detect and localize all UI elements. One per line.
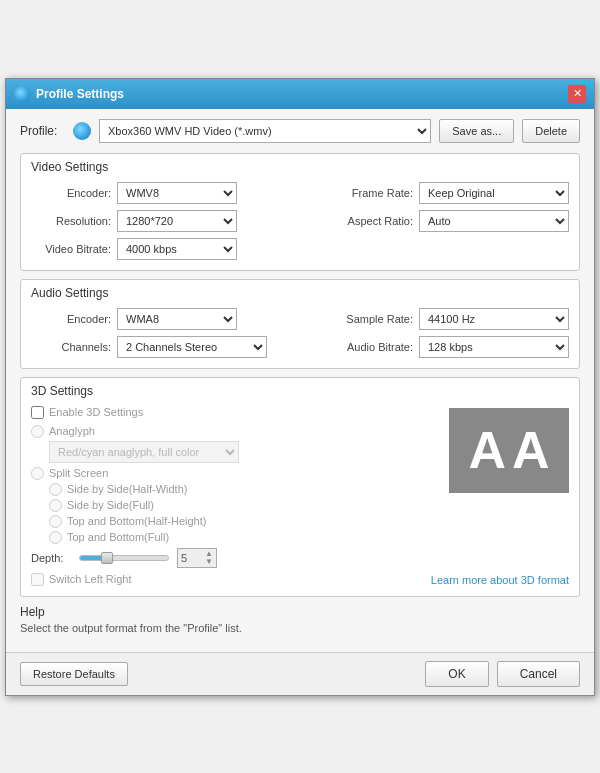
anaglyph-label[interactable]: Anaglyph <box>49 425 95 437</box>
resolution-label: Resolution: <box>31 215 111 227</box>
help-section: Help Select the output format from the "… <box>20 605 580 634</box>
resolution-aspectratio-row: Resolution: 1280*720 Aspect Ratio: Auto <box>31 210 569 232</box>
switch-left-right-checkbox[interactable] <box>31 573 44 586</box>
depth-value-box: 5 ▲▼ <box>177 548 217 568</box>
anaglyph-type-select[interactable]: Red/cyan anaglyph, full color <box>49 441 239 463</box>
channels-audiobitrate-row: Channels: 2 Channels Stereo Audio Bitrat… <box>31 336 569 358</box>
resolution-col: Resolution: 1280*720 <box>31 210 237 232</box>
sidebyside-full-label[interactable]: Side by Side(Full) <box>67 499 154 511</box>
samplerate-label: Sample Rate: <box>333 313 413 325</box>
close-button[interactable]: ✕ <box>568 85 586 103</box>
framerate-select[interactable]: Keep Original <box>419 182 569 204</box>
depth-value: 5 <box>181 552 187 564</box>
topbottom-half-label[interactable]: Top and Bottom(Half-Height) <box>67 515 206 527</box>
3d-settings-section: 3D Settings Enable 3D Settings Anaglyph … <box>20 377 580 597</box>
learn-more-link[interactable]: Learn more about 3D format <box>431 574 569 586</box>
encoder-framerate-row: Encoder: WMV8 Frame Rate: Keep Original <box>31 182 569 204</box>
framerate-col: Frame Rate: Keep Original <box>333 182 569 204</box>
audiobitrate-col: Audio Bitrate: 128 kbps <box>333 336 569 358</box>
samplerate-select[interactable]: 44100 Hz <box>419 308 569 330</box>
profile-row: Profile: Xbox360 WMV HD Video (*.wmv) Sa… <box>20 119 580 143</box>
sidebyside-half-label[interactable]: Side by Side(Half-Width) <box>67 483 187 495</box>
topbottom-full-label[interactable]: Top and Bottom(Full) <box>67 531 169 543</box>
encoder-label: Encoder: <box>31 187 111 199</box>
profile-settings-dialog: Profile Settings ✕ Profile: Xbox360 WMV … <box>5 78 595 696</box>
splitscreen-label[interactable]: Split Screen <box>49 467 108 479</box>
topbottom-half-radio[interactable] <box>49 515 62 528</box>
footer-right-buttons: OK Cancel <box>425 661 580 687</box>
audiobitrate-label: Audio Bitrate: <box>333 341 413 353</box>
encoder-select[interactable]: WMV8 <box>117 182 237 204</box>
dialog-footer: Restore Defaults OK Cancel <box>6 652 594 695</box>
preview-letter-left: A <box>468 424 506 476</box>
topbottom-full-row: Top and Bottom(Full) <box>49 531 569 544</box>
depth-row: Depth: 5 ▲▼ <box>31 548 569 568</box>
enable-3d-checkbox[interactable] <box>31 406 44 419</box>
sidebyside-half-radio[interactable] <box>49 483 62 496</box>
title-bar: Profile Settings ✕ <box>6 79 594 109</box>
app-icon <box>14 86 30 102</box>
resolution-select[interactable]: 1280*720 <box>117 210 237 232</box>
profile-icon <box>73 122 91 140</box>
audio-settings-section: Audio Settings Encoder: WMA8 Sample Rate… <box>20 279 580 369</box>
anaglyph-radio[interactable] <box>31 425 44 438</box>
audio-encoder-select[interactable]: WMA8 <box>117 308 237 330</box>
delete-button[interactable]: Delete <box>522 119 580 143</box>
audio-encoder-samplerate-row: Encoder: WMA8 Sample Rate: 44100 Hz <box>31 308 569 330</box>
aspectratio-label: Aspect Ratio: <box>333 215 413 227</box>
audio-settings-title: Audio Settings <box>31 286 569 300</box>
3d-preview-box: A A <box>449 408 569 493</box>
help-title: Help <box>20 605 580 619</box>
cancel-button[interactable]: Cancel <box>497 661 580 687</box>
profile-label: Profile: <box>20 124 65 138</box>
3d-settings-title: 3D Settings <box>31 384 569 398</box>
topbottom-half-row: Top and Bottom(Half-Height) <box>49 515 569 528</box>
sidebyside-full-radio[interactable] <box>49 499 62 512</box>
save-as-button[interactable]: Save as... <box>439 119 514 143</box>
restore-defaults-button[interactable]: Restore Defaults <box>20 662 128 686</box>
depth-slider-thumb[interactable] <box>101 552 113 564</box>
help-text: Select the output format from the "Profi… <box>20 622 580 634</box>
splitscreen-radio[interactable] <box>31 467 44 480</box>
dialog-title: Profile Settings <box>36 87 124 101</box>
videobitrate-row: Video Bitrate: 4000 kbps <box>31 238 569 260</box>
audio-encoder-label: Encoder: <box>31 313 111 325</box>
aspectratio-col: Aspect Ratio: Auto <box>333 210 569 232</box>
audiobitrate-select[interactable]: 128 kbps <box>419 336 569 358</box>
audio-encoder-col: Encoder: WMA8 <box>31 308 237 330</box>
video-settings-section: Video Settings Encoder: WMV8 Frame Rate:… <box>20 153 580 271</box>
channels-select[interactable]: 2 Channels Stereo <box>117 336 267 358</box>
video-settings-title: Video Settings <box>31 160 569 174</box>
topbottom-full-radio[interactable] <box>49 531 62 544</box>
videobitrate-label: Video Bitrate: <box>31 243 111 255</box>
ok-button[interactable]: OK <box>425 661 488 687</box>
title-bar-left: Profile Settings <box>14 86 124 102</box>
encoder-col: Encoder: WMV8 <box>31 182 237 204</box>
depth-label: Depth: <box>31 552 71 564</box>
preview-letter-right: A <box>512 424 550 476</box>
enable-3d-label[interactable]: Enable 3D Settings <box>49 406 143 418</box>
videobitrate-select[interactable]: 4000 kbps <box>117 238 237 260</box>
depth-slider-track[interactable] <box>79 555 169 561</box>
switch-left-right-label[interactable]: Switch Left Right <box>49 573 132 585</box>
framerate-label: Frame Rate: <box>333 187 413 199</box>
channels-col: Channels: 2 Channels Stereo <box>31 336 267 358</box>
profile-select[interactable]: Xbox360 WMV HD Video (*.wmv) <box>99 119 431 143</box>
sidebyside-full-row: Side by Side(Full) <box>49 499 569 512</box>
dialog-content: Profile: Xbox360 WMV HD Video (*.wmv) Sa… <box>6 109 594 652</box>
aspectratio-select[interactable]: Auto <box>419 210 569 232</box>
samplerate-col: Sample Rate: 44100 Hz <box>333 308 569 330</box>
channels-label: Channels: <box>31 341 111 353</box>
